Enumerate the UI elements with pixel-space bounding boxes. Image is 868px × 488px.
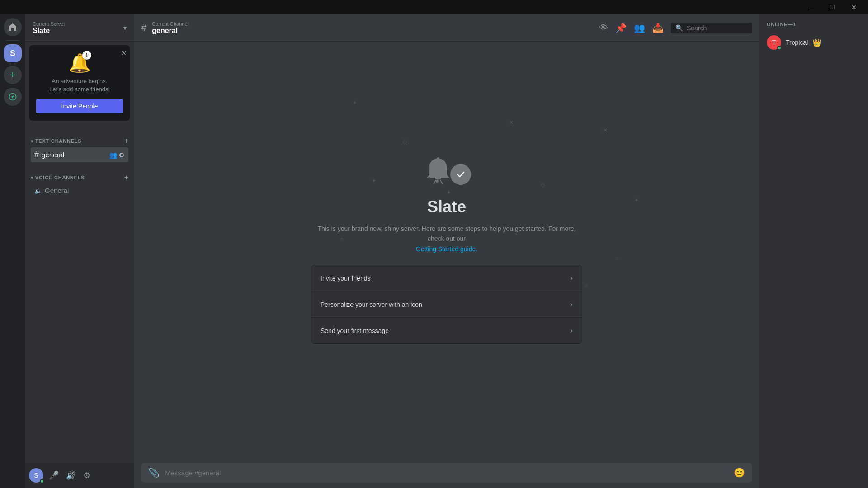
mute-button[interactable]: 🎤 xyxy=(47,469,61,482)
chevron-right-message: › xyxy=(570,326,573,335)
chat-input-box: 📎 😊 xyxy=(141,463,752,483)
channel-header-name: general xyxy=(152,27,189,35)
search-input[interactable] xyxy=(687,24,741,32)
dropdown-icon: ▾ xyxy=(123,24,127,32)
explore-servers-button[interactable] xyxy=(4,88,22,106)
voice-channels-arrow: ▾ xyxy=(31,175,33,180)
server-name-block: Current Server Slate xyxy=(33,21,65,35)
voice-channels-category: ▾ Voice Channels + 🔈 General xyxy=(25,164,134,199)
sparkle-13: ◇ xyxy=(403,139,407,145)
user-avatar: S xyxy=(29,468,43,483)
add-voice-channel-button[interactable]: + xyxy=(124,174,128,182)
channel-list: ▾ Text Channels + # general 👥 ⚙ xyxy=(25,124,134,463)
title-bar: — ☐ ✕ xyxy=(0,0,868,14)
channel-item-general[interactable]: # general 👥 ⚙ xyxy=(31,147,128,162)
text-channels-header[interactable]: ▾ Text Channels + xyxy=(29,135,130,147)
member-item-tropical[interactable]: T Tropical 👑 xyxy=(763,33,864,52)
text-channels-category: ▾ Text Channels + # general 👥 ⚙ xyxy=(25,128,134,164)
sparkle-1: ✦ xyxy=(353,100,357,106)
channel-name-general: general xyxy=(42,151,64,159)
member-name-tropical: Tropical xyxy=(786,39,808,46)
inbox-icon[interactable]: 📥 xyxy=(652,23,664,33)
checklist-item-personalize[interactable]: Personalize your server with an icon › xyxy=(311,291,582,318)
chat-area: ✦ ✕ ✕ ✦ ✦ ◇ ✦ ○ + ○ ○ ○ ◇ xyxy=(134,42,760,457)
invite-popover: ✕ 🔔 ! An adventure begins. Let's add som… xyxy=(29,45,130,121)
svg-rect-1 xyxy=(437,157,439,160)
close-button[interactable]: ✕ xyxy=(844,0,864,14)
server-sidebar: S + xyxy=(0,14,25,488)
sparkle-7: ✦ xyxy=(634,197,639,203)
chevron-right-personalize: › xyxy=(570,300,573,309)
channel-header-label: Current Channel xyxy=(152,21,189,27)
search-icon: 🔍 xyxy=(675,24,683,32)
sparkle-10: ○ xyxy=(616,255,619,262)
exclaim-badge: ! xyxy=(82,51,91,60)
svg-line-5 xyxy=(440,180,443,184)
welcome-content: Slate This is your brand new, shiny serv… xyxy=(311,155,582,344)
channel-sidebar: Current Server Slate ▾ ✕ 🔔 ! An adventur… xyxy=(25,14,134,488)
members-online-header: Online—1 xyxy=(763,22,864,27)
welcome-description: This is your brand new, shiny server. He… xyxy=(311,224,582,254)
channel-settings-icon[interactable]: ⚙ xyxy=(119,151,125,159)
emoji-icon[interactable]: 😊 xyxy=(734,467,745,478)
sparkle-2: ✕ xyxy=(509,119,514,126)
watch-icon[interactable]: 👁 xyxy=(599,23,608,33)
chat-input-area: 📎 😊 xyxy=(134,457,760,488)
text-channels-label: ▾ Text Channels xyxy=(31,138,82,144)
member-badge-tropical: 👑 xyxy=(812,38,821,47)
sparkle-3: ✕ xyxy=(603,127,608,133)
channel-header: # Current Channel general 👁 📌 👥 📥 🔍 xyxy=(134,14,760,42)
sparkle-12: ○ xyxy=(584,282,587,289)
search-bar[interactable]: 🔍 xyxy=(671,23,752,33)
checklist-item-invite[interactable]: Invite your friends › xyxy=(311,265,582,291)
server-header[interactable]: Current Server Slate ▾ xyxy=(25,14,134,42)
user-panel: S 🎤 🔊 ⚙ xyxy=(25,463,134,488)
checklist-message-label: Send your first message xyxy=(321,327,389,334)
header-icons: 👁 📌 👥 📥 🔍 xyxy=(599,23,752,33)
popover-text: An adventure begins. Let's add some frie… xyxy=(36,77,123,94)
server-name: Slate xyxy=(33,27,65,35)
main-content: # Current Channel general 👁 📌 👥 📥 🔍 ✦ xyxy=(134,14,760,488)
checklist: Invite your friends › Personalize your s… xyxy=(311,265,582,344)
member-status-tropical xyxy=(777,46,782,50)
getting-started-link[interactable]: Getting Started guide. xyxy=(416,245,477,253)
attach-icon[interactable]: 📎 xyxy=(148,467,160,478)
channel-members-icon[interactable]: 👥 xyxy=(109,151,117,159)
popover-icon-area: 🔔 ! xyxy=(36,52,123,74)
welcome-illustration xyxy=(422,155,471,187)
text-channel-prefix: # xyxy=(34,150,39,160)
checklist-item-message[interactable]: Send your first message › xyxy=(311,318,582,343)
welcome-title: Slate xyxy=(427,197,466,216)
check-bubble xyxy=(450,164,471,185)
members-icon[interactable]: 👥 xyxy=(634,23,645,33)
home-icon[interactable] xyxy=(4,18,22,36)
invite-people-button[interactable]: Invite People xyxy=(36,99,123,113)
voice-channels-label: ▾ Voice Channels xyxy=(31,175,85,180)
voice-channels-header[interactable]: ▾ Voice Channels + xyxy=(29,172,130,183)
chat-input[interactable] xyxy=(165,469,728,477)
add-text-channel-button[interactable]: + xyxy=(124,137,128,145)
server-icon-slate[interactable]: S xyxy=(4,44,22,62)
channel-item-voice-general[interactable]: 🔈 General xyxy=(31,184,128,197)
deafen-button[interactable]: 🔊 xyxy=(64,469,78,482)
server-label: Current Server xyxy=(33,21,65,27)
server-divider xyxy=(5,40,20,41)
svg-line-4 xyxy=(434,180,436,184)
member-avatar-tropical: T xyxy=(767,35,781,50)
pin-icon[interactable]: 📌 xyxy=(615,23,627,33)
minimize-button[interactable]: — xyxy=(800,0,821,14)
text-channels-arrow: ▾ xyxy=(31,139,33,144)
maximize-button[interactable]: ☐ xyxy=(822,0,843,14)
voice-channel-prefix: 🔈 xyxy=(34,187,42,194)
checklist-invite-label: Invite your friends xyxy=(321,275,371,282)
chevron-right-invite: › xyxy=(570,273,573,283)
members-sidebar: Online—1 T Tropical 👑 xyxy=(760,14,868,488)
user-settings-button[interactable]: ⚙ xyxy=(81,469,92,482)
bell-svg xyxy=(422,155,454,187)
checklist-personalize-label: Personalize your server with an icon xyxy=(321,301,422,308)
svg-point-3 xyxy=(436,180,439,183)
add-server-button[interactable]: + xyxy=(4,66,22,84)
user-status-dot xyxy=(40,479,44,483)
title-bar-controls: — ☐ ✕ xyxy=(800,0,864,14)
channel-header-info: Current Channel general xyxy=(152,21,189,35)
